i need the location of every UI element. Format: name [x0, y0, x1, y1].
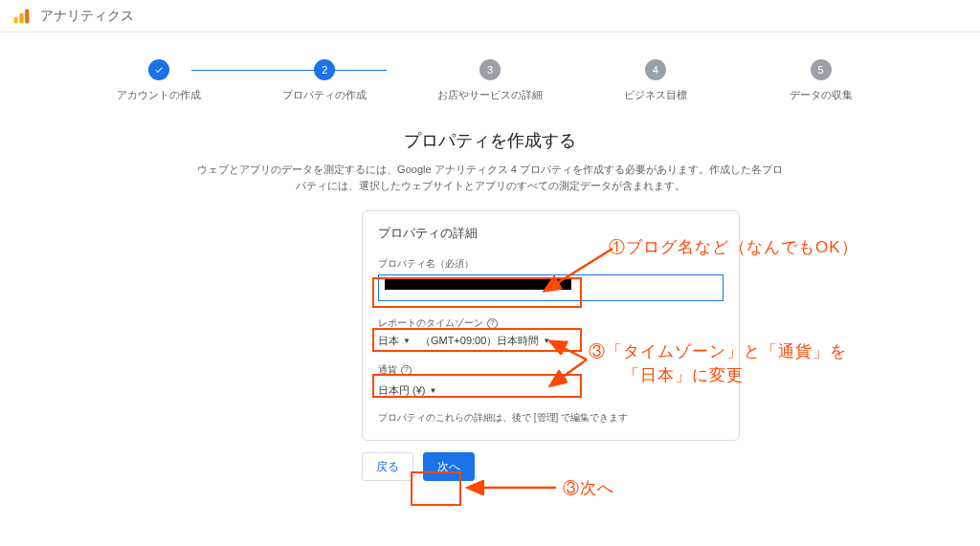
svg-rect-1 [19, 12, 23, 23]
timezone-label: レポートのタイムゾーン ? [378, 317, 724, 330]
annotation-text-next: ③次へ [563, 477, 614, 499]
step-number: 5 [811, 59, 832, 80]
button-row: 戻る 次へ [362, 452, 980, 481]
back-button[interactable]: 戻る [362, 452, 413, 481]
timezone-country-dropdown[interactable]: 日本 ▼ [378, 334, 411, 348]
step-label: お店やサービスの詳細 [408, 88, 573, 102]
help-icon[interactable]: ? [401, 365, 412, 376]
page-subtext: ウェブとアプリのデータを測定するには、Google アナリティクス 4 プロパテ… [193, 162, 787, 193]
timezone-value-dropdown[interactable]: （GMT+09:00）日本時間 ▼ [420, 334, 550, 348]
header-title: アナリティクス [40, 8, 134, 25]
stepper: アカウントの作成 2 プロパティの作成 3 お店やサービスの詳細 4 ビジネス目… [0, 33, 980, 102]
annotation-arrow-next [464, 480, 560, 495]
svg-line-5 [552, 360, 587, 384]
step-label: ビジネス目標 [572, 88, 738, 102]
label-text: 通貨 [378, 363, 397, 377]
step-number: 3 [479, 59, 501, 80]
step-goals[interactable]: 4 ビジネス目標 [572, 59, 738, 102]
svg-line-3 [546, 249, 612, 290]
step-account[interactable]: アカウントの作成 [77, 59, 242, 102]
card-note: プロパティのこれらの詳細は、後で [管理] で編集できます [378, 411, 724, 425]
next-button[interactable]: 次へ [423, 452, 475, 481]
label-text: レポートのタイムゾーン [378, 317, 483, 330]
svg-rect-0 [14, 16, 18, 23]
step-data[interactable]: 5 データの収集 [738, 59, 903, 102]
label-text: プロパティ名（必須） [378, 257, 474, 271]
step-number: 2 [314, 59, 335, 80]
step-label: データの収集 [738, 88, 903, 102]
app-header: アナリティクス [0, 0, 980, 33]
step-property[interactable]: 2 プロパティの作成 [242, 59, 408, 102]
annotation-arrow-1 [541, 244, 617, 296]
analytics-logo-icon [11, 7, 31, 26]
dropdown-value: （GMT+09:00）日本時間 [420, 334, 539, 348]
svg-rect-2 [25, 9, 29, 23]
annotation-text-3a: ③「タイムゾーン」と「通貨」を [589, 340, 847, 362]
dropdown-value: 日本 [378, 334, 399, 348]
help-icon[interactable]: ? [487, 318, 498, 329]
page-title: プロパティを作成する [0, 129, 980, 152]
step-details[interactable]: 3 お店やサービスの詳細 [408, 59, 573, 102]
svg-line-4 [552, 342, 587, 360]
annotation-arrow-3 [548, 335, 606, 394]
annotation-text-3b: 「日本」に変更 [623, 364, 744, 386]
check-icon [148, 59, 169, 80]
dropdown-value: 日本円 (¥) [378, 383, 426, 398]
step-number: 4 [645, 59, 666, 80]
step-label: アカウントの作成 [77, 88, 242, 102]
chevron-down-icon: ▼ [403, 337, 411, 345]
annotation-text-1: ①ブログ名など（なんでもOK） [609, 236, 858, 258]
chevron-down-icon: ▼ [430, 386, 437, 395]
step-label: プロパティの作成 [242, 88, 408, 102]
currency-dropdown[interactable]: 日本円 (¥) ▼ [378, 383, 436, 398]
